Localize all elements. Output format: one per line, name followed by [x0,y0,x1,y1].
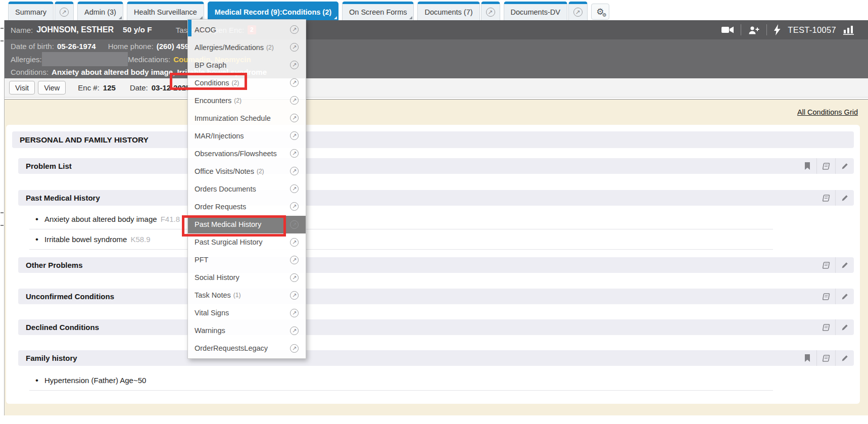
condition-list-item: Hypertension (Father) Age~50 [29,370,773,391]
section-family-history: Family history [18,350,854,366]
open-in-new-icon: ↗ [486,8,495,17]
open-in-new-icon[interactable]: ↗ [290,309,299,317]
tab-admin[interactable]: Admin (3) [77,2,123,20]
past-medical-history-list: Anxiety about altered body imageF41.8 Ir… [29,209,773,250]
personal-family-history-card: PERSONAL AND FAMILY HISTORY Problem List… [6,125,860,404]
family-history-list: Hypertension (Father) Age~50 [29,370,773,391]
section-actions [816,257,854,273]
allergies-label: Allergies: [11,55,42,64]
patient-name: JOHNSON, ESTHER [36,25,114,34]
video-camera-icon[interactable] [721,26,734,34]
edit-pencil-icon[interactable] [835,350,854,366]
tab-group-documents-dv: Documents-DV ↗ [504,2,588,20]
tab-medical-record[interactable]: Medical Record (9):Conditions (2) [208,2,339,20]
notes-book-icon[interactable] [816,319,835,335]
tab-on-screen-forms[interactable]: On Screen Forms [342,2,414,20]
all-conditions-grid-link[interactable]: All Conditions Grid [797,108,858,116]
open-in-new-icon[interactable]: ↗ [290,149,299,158]
open-in-new-icon[interactable]: ↗ [290,220,299,229]
add-person-icon[interactable] [748,26,759,34]
menu-item-acog[interactable]: ACOG↗ [188,21,306,38]
edit-pencil-icon[interactable] [835,289,854,304]
open-in-new-icon[interactable]: ↗ [290,61,299,69]
section-actions [816,190,854,206]
open-in-new-icon[interactable]: ↗ [290,291,299,300]
page-section-header: PERSONAL AND FAMILY HISTORY [12,131,854,148]
section-actions [816,319,854,335]
menu-item-immunization-schedule[interactable]: Immunization Schedule↗ [188,109,306,127]
bookmark-icon[interactable] [798,350,816,366]
settings-button[interactable]: ⚙ ⚙ [591,4,609,20]
open-in-new-icon[interactable]: ↗ [290,273,299,282]
menu-item-order-requests[interactable]: Order Requests↗ [188,198,306,215]
home-phone-value: (260) 459 [157,42,189,51]
notes-book-icon[interactable] [816,350,835,366]
menu-item-bp-graph[interactable]: BP Graph↗ [188,56,306,74]
tab-documents-dv-open-new-button[interactable]: ↗ [568,2,588,20]
visit-bar: Visit View Enc #: 125 Date: 03-12-2025 [5,78,868,98]
tab-health-surveillance[interactable]: Health Surveillance [127,2,204,20]
dob-value: 05-26-1974 [57,42,96,51]
gutter-tick [1,40,4,41]
tab-documents-open-new-button[interactable]: ↗ [481,2,500,20]
dob-label: Date of birth: [11,42,54,51]
notes-book-icon[interactable] [816,289,835,304]
menu-item-social-history[interactable]: Social History↗ [188,269,306,287]
edit-pencil-icon[interactable] [835,190,854,206]
tab-summary-open-new-button[interactable]: ↗ [55,2,74,20]
annotation-box-conditions [170,73,247,90]
open-in-new-icon[interactable]: ↗ [290,344,299,353]
divider [766,24,767,35]
tab-group-documents: Documents (7) ↗ [417,2,500,20]
menu-item-orders-documents[interactable]: Orders Documents↗ [188,180,306,198]
menu-item-encounters[interactable]: Encounters(2)↗ [188,91,306,109]
menu-item-task-notes[interactable]: Task Notes(1)↗ [188,287,306,304]
lightning-icon[interactable] [774,24,781,35]
menu-item-office-visits-notes[interactable]: Office Visits/Notes(2)↗ [188,162,306,180]
tab-documents[interactable]: Documents (7) [417,2,479,20]
menu-item-vital-signs[interactable]: Vital Signs↗ [188,304,306,322]
patient-allergies-row: Allergies: Medications: Coumadin, Neomyc… [5,53,868,66]
open-in-new-icon[interactable]: ↗ [290,25,299,34]
menu-item-orderrequestslegacy[interactable]: OrderRequestsLegacy↗ [188,340,306,357]
view-button[interactable]: View [38,81,66,95]
patient-dob-row: Date of birth: 05-26-1974 Home phone: (2… [5,39,868,53]
menu-item-warnings[interactable]: Warnings↗ [188,322,306,340]
top-tab-bar: Summary ↗ Admin (3) Health Surveillance … [0,0,868,20]
annotation-box-past-medical-history [182,215,286,237]
notes-book-icon[interactable] [816,190,835,206]
open-in-new-icon[interactable]: ↗ [290,202,299,211]
visit-button[interactable]: Visit [9,81,35,95]
open-in-new-icon[interactable]: ↗ [290,114,299,122]
open-in-new-icon[interactable]: ↗ [290,184,299,193]
patient-id: TEST-10057 [788,25,836,35]
bar-chart-icon[interactable] [843,25,855,35]
header-actions: TEST-10057 [721,20,855,39]
open-in-new-icon[interactable]: ↗ [290,43,299,52]
left-panel-gutter[interactable] [0,11,5,415]
name-label: Name: [11,26,33,34]
open-in-new-icon[interactable]: ↗ [290,167,299,175]
edit-pencil-icon[interactable] [835,158,854,174]
open-in-new-icon[interactable]: ↗ [290,326,299,335]
divider [741,24,741,35]
menu-item-observations-flowsheets[interactable]: Observations/Flowsheets↗ [188,145,306,162]
open-in-new-icon[interactable]: ↗ [290,256,299,264]
open-in-new-icon[interactable]: ↗ [290,131,299,140]
tab-documents-dv[interactable]: Documents-DV [504,2,567,20]
bookmark-icon[interactable] [798,158,816,174]
notes-book-icon[interactable] [816,257,835,273]
section-actions [798,158,854,174]
open-in-new-icon[interactable]: ↗ [290,78,299,87]
tab-summary[interactable]: Summary [8,2,54,20]
edit-pencil-icon[interactable] [835,257,854,273]
menu-item-pft[interactable]: PFT↗ [188,251,306,269]
open-in-new-icon[interactable]: ↗ [290,96,299,105]
open-in-new-icon[interactable]: ↗ [290,238,299,247]
condition-list-item: Irritable bowel syndromeK58.9 [29,229,773,250]
menu-item-allergies-medications[interactable]: Allergies/Medications(2)↗ [188,38,306,56]
notes-book-icon[interactable] [816,158,835,174]
menu-item-mar-injections[interactable]: MAR/Injections↗ [188,127,306,145]
enc-value: 125 [103,83,116,92]
edit-pencil-icon[interactable] [835,319,854,335]
